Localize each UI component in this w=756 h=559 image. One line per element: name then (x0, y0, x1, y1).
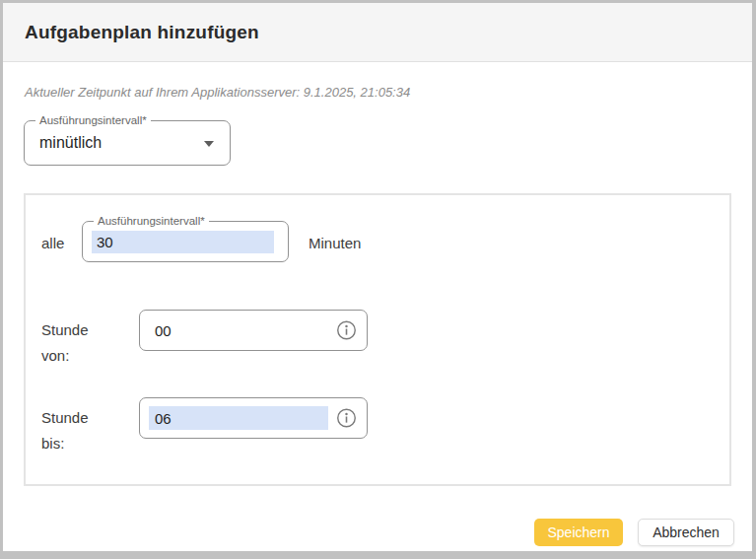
save-button[interactable]: Speichern (534, 519, 623, 546)
hour-to-input-value: 06 (149, 406, 328, 430)
interval-minutes-input-label: Ausführungsintervall* (94, 214, 209, 228)
hour-from-input-value: 00 (155, 322, 172, 339)
dialog-title: Aufgabenplan hinzufügen (25, 22, 259, 43)
info-icon[interactable] (336, 320, 357, 341)
info-icon[interactable] (336, 408, 357, 429)
hour-from-label: Stunde von: (41, 317, 112, 369)
execution-interval-select[interactable]: Ausführungsintervall* minütlich (24, 120, 231, 166)
schedule-settings-panel: alle Ausführungsintervall* 30 Minuten St… (24, 193, 731, 486)
execution-interval-select-value: minütlich (39, 134, 102, 152)
interval-minutes-input[interactable]: Ausführungsintervall* 30 (82, 221, 289, 262)
dialog-window: Aufgabenplan hinzufügen Aktueller Zeitpu… (3, 3, 752, 551)
cancel-button[interactable]: Abbrechen (638, 519, 734, 546)
every-label: alle (41, 235, 64, 251)
chevron-down-icon (204, 141, 214, 147)
interval-minutes-input-value: 30 (92, 231, 274, 253)
hour-to-label: Stunde bis: (41, 405, 112, 456)
dialog-header: Aufgabenplan hinzufügen (3, 3, 752, 62)
execution-interval-select-label: Ausführungsintervall* (35, 113, 151, 127)
hour-from-input[interactable]: 00 (139, 310, 368, 351)
minutes-unit-label: Minuten (309, 235, 361, 251)
hour-to-input[interactable]: 06 (139, 397, 368, 439)
server-time-note: Aktueller Zeitpunkt auf Ihrem Applikatio… (25, 85, 410, 100)
